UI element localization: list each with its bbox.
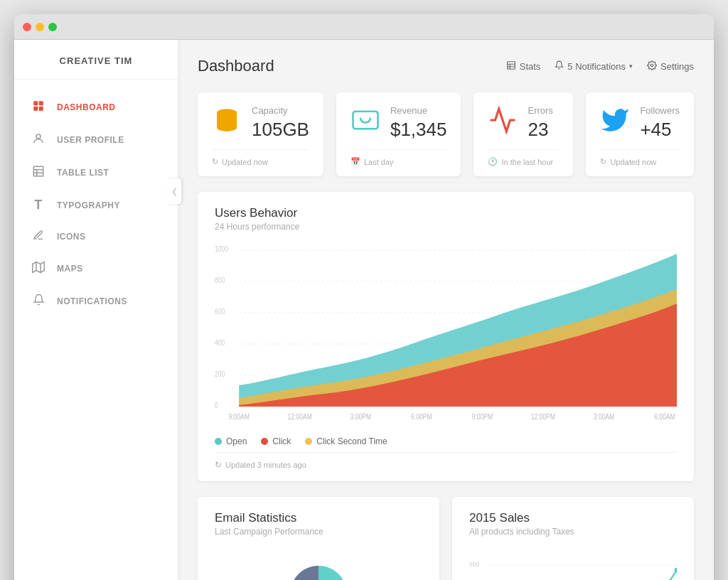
browser-dot-close[interactable] (23, 23, 31, 31)
page-title: Dashboard (198, 57, 274, 75)
svg-text:9:00PM: 9:00PM (472, 413, 493, 421)
refresh-icon: ↻ (212, 157, 218, 166)
browser-dot-minimize[interactable] (36, 23, 44, 31)
top-bar: Dashboard Stats (198, 57, 694, 75)
sidebar-toggle[interactable]: ❮ (167, 178, 181, 204)
stats-label: Stats (520, 61, 541, 72)
svg-rect-12 (507, 61, 515, 69)
legend-label-open: Open (226, 436, 247, 446)
svg-text:3:00PM: 3:00PM (350, 413, 371, 421)
svg-text:0: 0 (215, 402, 218, 409)
errors-label: Errors (528, 105, 559, 116)
svg-text:9:00AM: 9:00AM (228, 413, 249, 421)
revenue-footer: 📅 Last day (350, 149, 447, 166)
sidebar-item-label: ICONS (57, 232, 86, 242)
stats-row: Capacity 105GB ↻ Updated now (198, 92, 694, 176)
app-container: CREATIVE TIM ❮ DASHBOARD (14, 40, 714, 580)
revenue-value: $1,345 (390, 119, 447, 141)
notifications-button[interactable]: 5 Notifications ▾ (555, 60, 633, 72)
svg-marker-9 (33, 262, 45, 273)
dropdown-icon: ▾ (629, 63, 633, 70)
browser-dot-maximize[interactable] (48, 23, 57, 31)
browser-frame: CREATIVE TIM ❮ DASHBOARD (14, 14, 714, 580)
sidebar-item-maps[interactable]: MAPS (14, 252, 178, 285)
svg-rect-5 (33, 166, 43, 176)
sidebar-item-label: TABLE LIST (57, 168, 109, 178)
capacity-footer: ↻ Updated now (212, 149, 309, 166)
capacity-footer-text: Updated now (222, 158, 268, 166)
svg-text:12:00PM: 12:00PM (531, 413, 555, 421)
gear-icon (647, 60, 657, 72)
svg-rect-2 (33, 107, 38, 111)
bell-nav-icon (555, 60, 564, 72)
svg-text:400: 400 (215, 339, 225, 347)
stats-button[interactable]: Stats (506, 60, 541, 72)
svg-rect-18 (353, 112, 378, 129)
sidebar-item-notifications[interactable]: NOTIFICATIONS (14, 285, 178, 317)
sidebar-item-label: TYPOGRAPHY (57, 200, 120, 210)
svg-text:800: 800 (215, 276, 225, 284)
stats-icon (506, 60, 516, 72)
refresh2-icon: ↻ (600, 157, 606, 166)
svg-point-4 (36, 134, 41, 139)
revenue-footer-text: Last day (364, 158, 394, 166)
sales-card: 2015 Sales All products including Taxes … (452, 497, 694, 580)
table-icon (31, 165, 46, 181)
behavior-chart-card: Users Behavior 24 Hours performance 1000… (198, 192, 694, 481)
sidebar-item-label: USER PROFILE (57, 135, 124, 145)
dashboard-icon (31, 100, 46, 115)
email-stats-title: Email Statistics (215, 511, 422, 525)
svg-text:600: 600 (215, 308, 225, 316)
browser-bar (14, 14, 714, 40)
sidebar-item-dashboard[interactable]: DASHBOARD (14, 91, 178, 124)
top-actions: Stats 5 Notifications ▾ (506, 60, 694, 72)
sidebar-item-typography[interactable]: T TYPOGRAPHY (14, 189, 178, 221)
followers-value: +45 (640, 119, 680, 141)
behavior-chart-svg: 1000 800 600 400 200 0 (215, 243, 677, 428)
svg-point-46 (675, 568, 677, 573)
capacity-label: Capacity (252, 105, 309, 116)
legend-label-click: Click (272, 436, 291, 446)
notifications-label: 5 Notifications (567, 61, 626, 72)
svg-text:900: 900 (469, 561, 480, 568)
email-stats-card: Email Statistics Last Campaign Performan… (198, 497, 439, 580)
email-donut-container (215, 548, 422, 580)
followers-footer: ↻ Updated now (600, 149, 680, 166)
svg-rect-3 (39, 107, 43, 111)
svg-text:1000: 1000 (215, 245, 228, 253)
legend-click: Click (261, 436, 291, 446)
svg-text:12:00AM: 12:00AM (288, 413, 312, 421)
stat-card-capacity: Capacity 105GB ↻ Updated now (198, 92, 323, 176)
revenue-label: Revenue (390, 105, 447, 116)
map-icon (31, 261, 46, 276)
email-stats-subtitle: Last Campaign Performance (215, 527, 422, 537)
sidebar-item-table-list[interactable]: TABLE LIST (14, 156, 178, 189)
svg-point-16 (651, 64, 653, 67)
svg-rect-1 (39, 101, 43, 105)
pencil-icon (31, 230, 46, 244)
legend-label-click-second: Click Second Time (316, 436, 387, 446)
settings-button[interactable]: Settings (647, 60, 694, 72)
behavior-chart-subtitle: 24 Hours performance (215, 222, 677, 232)
legend-click-second: Click Second Time (305, 436, 387, 446)
calendar-icon: 📅 (350, 157, 360, 166)
settings-label: Settings (660, 61, 694, 72)
stat-card-followers: Followers +45 ↻ Updated now (586, 92, 694, 176)
sidebar-item-user-profile[interactable]: USER PROFILE (14, 124, 178, 156)
sidebar-item-label: DASHBOARD (57, 102, 116, 112)
typography-icon: T (31, 198, 46, 213)
svg-rect-0 (33, 101, 38, 105)
sidebar-item-icons[interactable]: ICONS (14, 221, 178, 252)
capacity-value: 105GB (252, 119, 309, 141)
bottom-row: Email Statistics Last Campaign Performan… (198, 497, 694, 580)
sidebar: CREATIVE TIM ❮ DASHBOARD (14, 40, 178, 580)
sales-chart-container: 900 800 (469, 548, 677, 580)
behavior-footer-text: Updated 3 minutes ago (225, 461, 306, 469)
legend-dot-open (215, 438, 222, 445)
sales-mini-chart: 900 800 (469, 554, 677, 580)
clock-icon: 🕐 (488, 157, 498, 166)
chart-legend: Open Click Click Second Time (215, 428, 677, 452)
errors-value: 23 (528, 119, 559, 141)
errors-footer-text: In the last hour (501, 158, 553, 166)
revenue-icon (350, 105, 380, 139)
